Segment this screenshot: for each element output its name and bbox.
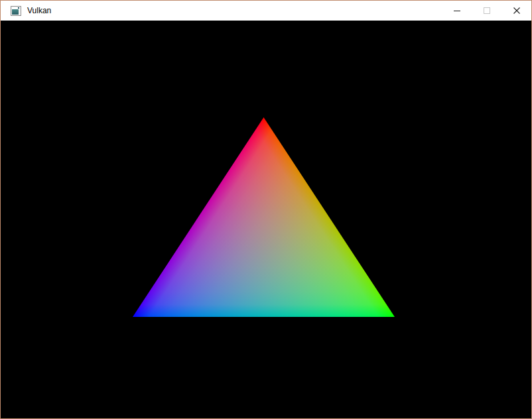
vulkan-window: Vulkan — [0, 0, 532, 419]
maximize-button — [472, 1, 501, 21]
close-icon — [513, 7, 520, 14]
rgb-triangle-host — [133, 117, 395, 317]
minimize-icon — [454, 7, 460, 14]
titlebar-left: Vulkan — [1, 1, 442, 21]
rgb-triangle — [133, 117, 395, 317]
app-window-icon[interactable] — [11, 6, 21, 16]
caption-controls — [442, 1, 531, 21]
app-icon-body — [12, 9, 19, 15]
close-button[interactable] — [501, 1, 531, 21]
maximize-icon — [484, 7, 490, 14]
window-title: Vulkan — [27, 6, 51, 15]
minimize-button[interactable] — [442, 1, 472, 21]
titlebar[interactable]: Vulkan — [1, 1, 531, 21]
vulkan-render-viewport — [1, 21, 531, 418]
